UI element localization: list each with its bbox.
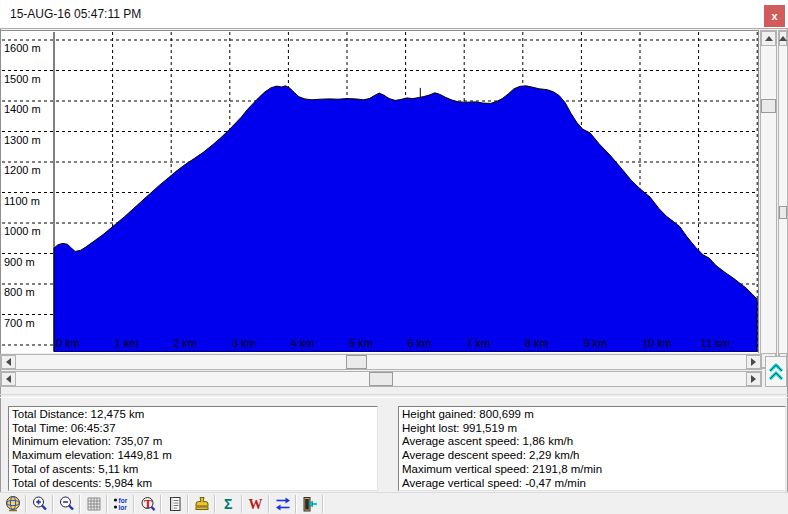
x-tick-label: 8 km	[525, 337, 549, 349]
y-tick-label: 1000 m	[4, 225, 41, 237]
track-stats-panel-right: Height gained: 800,699 m Height lost: 99…	[398, 406, 786, 491]
stat-avg-descent-speed: Average descent speed: 2,29 km/h	[402, 449, 785, 463]
y-tick-label: 1400 m	[4, 103, 41, 115]
x-tick-label: 10 km	[642, 337, 672, 349]
elevation-chart[interactable]: 1600 m1500 m1400 m1300 m1200 m1100 m1000…	[0, 30, 759, 353]
chart-vertical-scrollbar[interactable]	[760, 30, 777, 369]
vertical-scrollbar-thumb[interactable]	[761, 99, 776, 113]
x-tick-label: 3 km	[232, 337, 256, 349]
waypoint-labels-button[interactable]: for lor	[108, 494, 133, 514]
stat-min-elevation: Minimum elevation: 735,07 m	[12, 435, 377, 449]
panel-separator	[0, 394, 788, 398]
scroll-right-button[interactable]	[746, 372, 761, 386]
scroll-up-button[interactable]	[779, 31, 787, 46]
scroll-right-button[interactable]	[746, 355, 761, 369]
globe-button[interactable]	[0, 494, 25, 514]
sum-icon: Σ	[220, 495, 238, 513]
elevation-chart-svg: 1600 m1500 m1400 m1300 m1200 m1100 m1000…	[1, 31, 758, 352]
toolbar-separator	[322, 495, 324, 513]
x-tick-label: 5 km	[349, 337, 373, 349]
x-tick-label: 7 km	[466, 337, 490, 349]
right-arrow-icon	[751, 358, 756, 366]
y-tick-label: 1300 m	[4, 134, 41, 146]
scroll-left-button[interactable]	[1, 372, 16, 386]
stat-total-time: Total Time: 06:45:37	[12, 422, 377, 436]
scroll-left-button[interactable]	[1, 355, 16, 369]
stamp-icon	[193, 495, 211, 513]
expand-panel-button[interactable]	[765, 356, 787, 387]
grid-button[interactable]	[81, 494, 106, 514]
stat-avg-vertical-speed: Average vertical speed: -0,47 m/min	[402, 477, 785, 491]
stat-total-descents: Total of descents: 5,984 km	[12, 477, 377, 491]
x-tick-label: 2 km	[173, 337, 197, 349]
y-tick-label: 1600 m	[4, 42, 41, 54]
zoom-out-button[interactable]	[54, 494, 79, 514]
y-tick-label: 1500 m	[4, 73, 41, 85]
chart-horizontal-scrollbar[interactable]	[0, 354, 762, 370]
stamp-button[interactable]	[189, 494, 214, 514]
transfer-button[interactable]	[270, 494, 295, 514]
y-tick-label: 1200 m	[4, 164, 41, 176]
up-arrow-icon	[779, 36, 787, 41]
stat-total-ascents: Total of ascents: 5,11 km	[12, 463, 377, 477]
vertical-scrollbar-thumb[interactable]	[779, 206, 787, 219]
find-text-button[interactable]: T	[135, 494, 160, 514]
bottom-toolbar: for lor T	[0, 492, 788, 514]
notes-icon	[166, 495, 184, 513]
title-bar: 15-AUG-16 05:47:11 PM x	[0, 0, 788, 29]
double-chevron-up-icon	[767, 361, 785, 383]
zoom-in-button[interactable]	[27, 494, 52, 514]
word-export-button[interactable]: W	[243, 494, 268, 514]
svg-text:lor: lor	[118, 503, 127, 510]
secondary-vertical-scrollbar[interactable]	[778, 30, 788, 369]
y-tick-label: 1100 m	[4, 195, 40, 207]
waypoint-labels-icon: for lor	[112, 495, 130, 513]
x-tick-label: 6 km	[408, 337, 432, 349]
y-tick-label: 700 m	[4, 317, 35, 329]
horizontal-scrollbar-thumb[interactable]	[369, 372, 393, 386]
elevation-area	[54, 86, 757, 352]
x-tick-label: 4 km	[290, 337, 314, 349]
elevation-profile-window: 15-AUG-16 05:47:11 PM x 1600 m1500 m1400…	[0, 0, 788, 514]
word-export-icon: W	[247, 495, 265, 513]
x-tick-label: 9 km	[583, 337, 607, 349]
globe-icon	[4, 495, 22, 513]
close-icon: x	[771, 10, 777, 22]
svg-text:Σ: Σ	[224, 496, 232, 512]
x-tick-label: 11 km	[701, 337, 730, 349]
exit-door-icon	[301, 495, 319, 513]
y-tick-label: 900 m	[4, 256, 35, 268]
horizontal-scrollbar-thumb[interactable]	[346, 355, 367, 369]
window-title: 15-AUG-16 05:47:11 PM	[10, 7, 141, 21]
sum-button[interactable]: Σ	[216, 494, 241, 514]
close-button[interactable]: x	[764, 5, 785, 27]
track-stats-panel-left: Total Distance: 12,475 km Total Time: 06…	[8, 406, 378, 491]
zoom-in-icon	[31, 495, 49, 513]
y-tick-label: 800 m	[4, 286, 35, 298]
right-arrow-icon	[751, 375, 756, 383]
exit-button[interactable]	[297, 494, 322, 514]
scroll-up-button[interactable]	[761, 31, 776, 46]
stat-height-lost: Height lost: 991,519 m	[402, 422, 785, 436]
x-tick-label: 1 km	[115, 337, 139, 349]
left-arrow-icon	[6, 375, 11, 383]
transfer-icon	[274, 495, 292, 513]
stat-total-distance: Total Distance: 12,475 km	[12, 408, 377, 422]
notes-button[interactable]	[162, 494, 187, 514]
left-arrow-icon	[6, 358, 11, 366]
stat-max-vertical-speed: Maximum vertical speed: 2191,8 m/min	[402, 463, 785, 477]
stat-avg-ascent-speed: Average ascent speed: 1,86 km/h	[402, 435, 785, 449]
x-tick-label: 0 km	[56, 337, 80, 349]
svg-text:W: W	[248, 497, 262, 512]
find-text-icon: T	[139, 495, 157, 513]
stat-max-elevation: Maximum elevation: 1449,81 m	[12, 449, 377, 463]
svg-text:for: for	[118, 496, 127, 503]
grid-icon	[85, 495, 103, 513]
stat-height-gained: Height gained: 800,699 m	[402, 408, 785, 422]
zoom-out-icon	[58, 495, 76, 513]
secondary-horizontal-scrollbar[interactable]	[0, 371, 762, 387]
up-arrow-icon	[765, 36, 773, 41]
